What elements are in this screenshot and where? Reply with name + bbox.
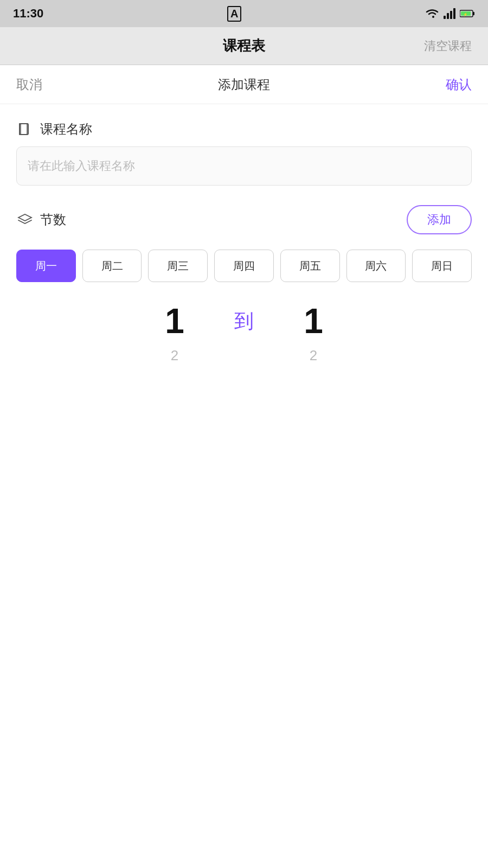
status-time: 11:30 (13, 7, 43, 21)
battery-icon: ⚡ (460, 9, 475, 18)
svg-rect-0 (444, 16, 446, 19)
day-button-wednesday[interactable]: 周三 (148, 250, 208, 282)
day-button-saturday[interactable]: 周六 (346, 250, 406, 282)
cancel-button[interactable]: 取消 (16, 76, 42, 93)
day-button-thursday[interactable]: 周四 (214, 250, 274, 282)
svg-text:⚡: ⚡ (463, 12, 468, 17)
status-bar: 11:30 A ⚡ (0, 0, 488, 27)
layers-icon (16, 211, 34, 228)
period-start-col: 1 2 (131, 304, 218, 362)
period-end-large[interactable]: 1 (304, 304, 323, 339)
course-name-section-label: 课程名称 (16, 120, 472, 138)
day-button-monday[interactable]: 周一 (16, 250, 76, 282)
period-end-small[interactable]: 2 (310, 348, 317, 362)
add-period-button[interactable]: 添加 (407, 205, 472, 234)
period-start-small[interactable]: 2 (171, 348, 178, 362)
top-bar: 课程表 清空课程 (0, 27, 488, 65)
period-section-header: 节数 添加 (16, 205, 472, 234)
page-title: 课程表 (223, 36, 265, 55)
svg-rect-1 (447, 13, 449, 19)
keyboard-icon: A (227, 6, 241, 22)
course-name-label: 课程名称 (40, 120, 92, 138)
day-button-friday[interactable]: 周五 (280, 250, 340, 282)
add-course-bar: 取消 添加课程 确认 (0, 65, 488, 104)
period-selector: 1 2 到 1 2 (16, 304, 472, 362)
svg-rect-3 (453, 8, 455, 19)
svg-rect-5 (473, 12, 474, 15)
book-icon (16, 120, 34, 138)
status-icons: ⚡ (425, 8, 475, 19)
period-start-large[interactable]: 1 (165, 304, 184, 339)
day-button-tuesday[interactable]: 周二 (82, 250, 142, 282)
signal-icon (444, 8, 455, 19)
main-content: 课程名称 节数 添加 周一 周二 周三 周四 周五 周六 周日 1 2 到 (0, 104, 488, 868)
period-separator: 到 (234, 304, 254, 331)
add-course-title: 添加课程 (218, 76, 270, 93)
confirm-button[interactable]: 确认 (446, 76, 472, 93)
day-button-sunday[interactable]: 周日 (412, 250, 472, 282)
svg-rect-9 (21, 124, 27, 135)
period-label-row: 节数 (16, 211, 66, 228)
wifi-icon (425, 8, 439, 19)
period-label: 节数 (40, 211, 66, 228)
period-end-col: 1 2 (270, 304, 357, 362)
clear-courses-button[interactable]: 清空课程 (424, 38, 472, 54)
day-buttons-row: 周一 周二 周三 周四 周五 周六 周日 (16, 250, 472, 282)
svg-rect-11 (19, 123, 20, 135)
course-name-input[interactable] (16, 146, 472, 186)
svg-rect-2 (450, 11, 452, 19)
